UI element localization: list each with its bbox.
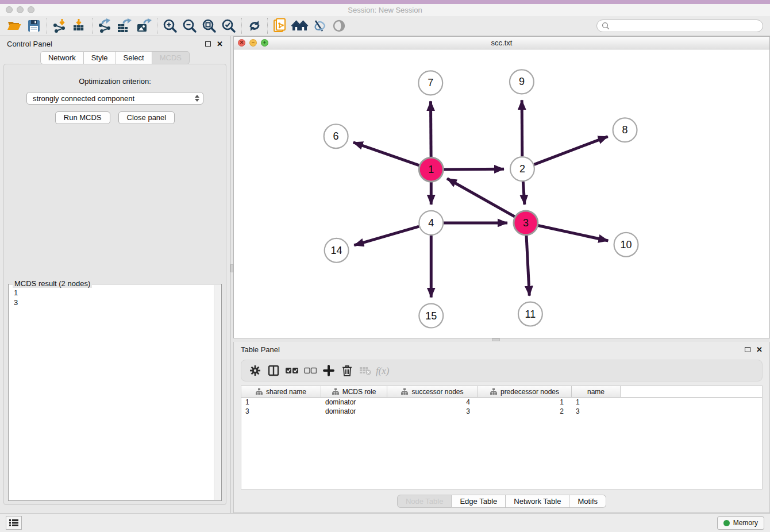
eye-icon (331, 19, 347, 33)
new-network-button[interactable] (271, 17, 290, 34)
close-network-button[interactable]: ✕ (238, 39, 245, 47)
tab-network[interactable]: Network (40, 51, 84, 64)
export-network-button[interactable] (95, 17, 115, 34)
cell-mcds-role[interactable]: dominator (321, 407, 387, 415)
graph-edge-3-11[interactable] (526, 236, 529, 296)
table-row[interactable]: 3 dominator 3 2 3 (241, 407, 762, 416)
unselect-all-columns-button[interactable] (301, 362, 319, 379)
session-title: Session: New Session (0, 4, 770, 16)
zoom-in-button[interactable] (160, 17, 180, 34)
vertical-splitter[interactable] (230, 36, 233, 513)
tab-mcds[interactable]: MCDS (152, 51, 190, 64)
cell-mcds-role[interactable]: dominator (321, 398, 387, 406)
zoom-in-icon (163, 18, 178, 33)
homes-icon (291, 19, 309, 33)
tab-style[interactable]: Style (84, 51, 116, 64)
cell-predecessor-nodes[interactable]: 2 (478, 407, 572, 415)
cell-name[interactable]: 1 (572, 398, 621, 406)
network-title: scc.txt (234, 38, 769, 47)
table-row[interactable]: 1 dominator 4 1 1 (241, 398, 762, 407)
close-panel-button[interactable]: Close panel (118, 111, 175, 124)
maximize-network-button[interactable]: + (261, 39, 268, 47)
graph-edge-1-6[interactable] (353, 142, 419, 165)
mcds-result-list[interactable]: 1 3 (9, 284, 221, 311)
tab-node-table[interactable]: Node Table (397, 495, 452, 508)
import-table-button[interactable] (70, 17, 89, 34)
horizontal-splitter[interactable] (233, 338, 770, 342)
graph-edge-1-2[interactable] (444, 169, 504, 169)
export-image-button[interactable] (134, 17, 154, 34)
search-field[interactable] (596, 20, 763, 32)
cell-successor-nodes[interactable]: 3 (387, 407, 478, 415)
delete-column-button[interactable] (338, 362, 356, 379)
graph-edge-3-1[interactable] (447, 179, 515, 217)
table-settings-button[interactable] (246, 362, 264, 379)
memory-button[interactable]: Memory (717, 516, 764, 530)
network-window-titlebar[interactable]: ✕ − + scc.txt (234, 37, 769, 49)
network-graph: 7968124314101511 (234, 49, 769, 338)
network-canvas[interactable]: 7968124314101511 (234, 49, 769, 338)
run-mcds-button[interactable]: Run MCDS (55, 111, 110, 124)
zoom-out-button[interactable] (180, 17, 199, 34)
open-session-button[interactable] (5, 17, 24, 34)
refresh-icon (248, 19, 261, 33)
graph-node-label-7: 7 (428, 77, 433, 88)
column-view-button[interactable] (264, 362, 283, 379)
create-column-button[interactable] (319, 362, 338, 379)
select-all-columns-button[interactable] (283, 362, 301, 379)
float-panel-icon[interactable] (745, 347, 750, 352)
show-graphics-button[interactable] (329, 17, 349, 34)
cell-shared-name[interactable]: 3 (241, 407, 321, 415)
cell-predecessor-nodes[interactable]: 1 (478, 398, 572, 406)
minimize-network-button[interactable]: − (249, 39, 257, 47)
task-history-button[interactable] (6, 516, 22, 530)
main-toolbar (0, 16, 770, 36)
tab-edge-table[interactable]: Edge Table (452, 495, 506, 508)
zoom-window-button[interactable] (28, 6, 34, 13)
graph-edge-2-9[interactable] (522, 100, 522, 156)
close-panel-icon[interactable]: ✕ (217, 40, 223, 48)
close-window-button[interactable] (6, 6, 13, 13)
hierarchy-icon (401, 388, 408, 395)
tab-network-table[interactable]: Network Table (506, 495, 569, 508)
cell-name[interactable]: 3 (572, 407, 621, 415)
import-network-icon (52, 18, 67, 33)
function-builder-button[interactable]: f(x) (375, 362, 393, 379)
graph-edge-2-3[interactable] (523, 182, 525, 205)
column-header-name[interactable]: name (572, 386, 621, 397)
import-network-button[interactable] (50, 17, 70, 34)
splitter-grip[interactable] (230, 264, 233, 272)
close-panel-icon[interactable]: ✕ (756, 345, 763, 354)
apply-style-button[interactable] (245, 17, 264, 34)
save-session-button[interactable] (24, 17, 44, 34)
home-button[interactable] (290, 17, 310, 34)
table-toolbar: f(x) (241, 360, 763, 381)
mcds-panel: Optimization criterion: strongly connect… (3, 64, 226, 505)
export-table-icon (117, 18, 133, 33)
zoom-fit-button[interactable] (199, 17, 219, 34)
zoom-selected-button[interactable] (219, 17, 238, 34)
column-header-successor-nodes[interactable]: successor nodes (387, 386, 478, 397)
export-table-button[interactable] (115, 17, 134, 34)
table-header-row: shared name MCDS role successor nodes (241, 386, 762, 398)
hide-graphics-button[interactable] (310, 17, 329, 34)
memory-status-icon (723, 520, 730, 526)
float-panel-icon[interactable] (205, 41, 211, 47)
column-header-predecessor-nodes[interactable]: predecessor nodes (478, 386, 572, 397)
graph-edge-1-7[interactable] (430, 101, 431, 157)
tab-select[interactable]: Select (116, 51, 152, 64)
graph-edge-2-8[interactable] (534, 137, 607, 165)
cell-shared-name[interactable]: 1 (241, 398, 321, 406)
tab-motifs[interactable]: Motifs (569, 495, 606, 508)
graph-edge-4-14[interactable] (354, 226, 419, 245)
search-input[interactable] (613, 22, 758, 30)
cell-successor-nodes[interactable]: 4 (387, 398, 478, 406)
optimization-criterion-select[interactable]: strongly connected component (26, 92, 203, 105)
column-header-mcds-role[interactable]: MCDS role (321, 386, 387, 397)
delete-table-button[interactable] (356, 362, 375, 379)
column-header-shared-name[interactable]: shared name (241, 386, 321, 397)
result-scrollbar[interactable] (214, 285, 221, 500)
splitter-grip[interactable] (492, 338, 500, 341)
minimize-window-button[interactable] (17, 6, 24, 13)
graph-edge-3-10[interactable] (538, 226, 608, 241)
